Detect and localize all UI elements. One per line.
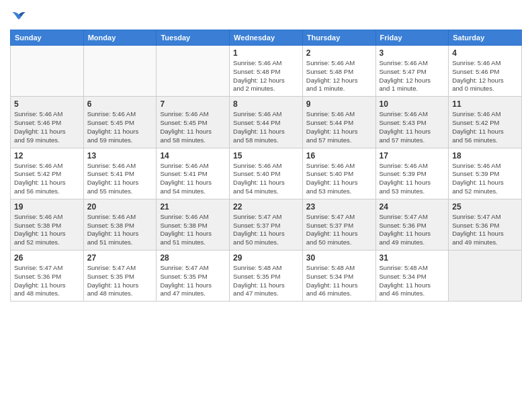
calendar-cell: 3Sunrise: 5:46 AMSunset: 5:47 PMDaylight… xyxy=(375,46,449,97)
calendar-table: SundayMondayTuesdayWednesdayThursdayFrid… xyxy=(10,30,522,302)
day-number: 21 xyxy=(160,202,226,212)
day-number: 10 xyxy=(380,99,445,109)
day-number: 11 xyxy=(452,99,518,109)
day-number: 8 xyxy=(233,99,299,109)
calendar-cell: 25Sunrise: 5:47 AMSunset: 5:36 PMDayligh… xyxy=(449,199,522,250)
day-info: Sunrise: 5:46 AMSunset: 5:41 PMDaylight:… xyxy=(160,162,226,196)
day-number: 26 xyxy=(14,253,80,263)
day-info: Sunrise: 5:47 AMSunset: 5:36 PMDaylight:… xyxy=(452,213,518,247)
day-number: 17 xyxy=(380,151,445,161)
calendar-cell: 16Sunrise: 5:46 AMSunset: 5:40 PMDayligh… xyxy=(302,148,375,199)
day-info: Sunrise: 5:46 AMSunset: 5:38 PMDaylight:… xyxy=(14,213,80,247)
day-number: 13 xyxy=(87,151,153,161)
day-info: Sunrise: 5:46 AMSunset: 5:48 PMDaylight:… xyxy=(233,59,299,93)
day-number: 25 xyxy=(452,202,518,212)
day-number: 28 xyxy=(160,253,226,263)
weekday-row: SundayMondayTuesdayWednesdayThursdayFrid… xyxy=(11,30,522,46)
day-number: 15 xyxy=(233,151,299,161)
calendar-cell: 10Sunrise: 5:46 AMSunset: 5:43 PMDayligh… xyxy=(375,97,449,148)
day-info: Sunrise: 5:46 AMSunset: 5:42 PMDaylight:… xyxy=(452,110,518,144)
day-number: 18 xyxy=(452,151,518,161)
day-info: Sunrise: 5:46 AMSunset: 5:47 PMDaylight:… xyxy=(380,59,445,93)
calendar-cell: 21Sunrise: 5:46 AMSunset: 5:38 PMDayligh… xyxy=(157,199,230,250)
calendar-cell: 8Sunrise: 5:46 AMSunset: 5:44 PMDaylight… xyxy=(230,97,303,148)
day-info: Sunrise: 5:46 AMSunset: 5:46 PMDaylight:… xyxy=(14,110,80,144)
weekday-header-sunday: Sunday xyxy=(11,30,84,46)
day-number: 4 xyxy=(452,48,518,58)
day-info: Sunrise: 5:46 AMSunset: 5:45 PMDaylight:… xyxy=(87,110,153,144)
day-number: 19 xyxy=(14,202,80,212)
day-number: 16 xyxy=(306,151,372,161)
calendar-cell: 9Sunrise: 5:46 AMSunset: 5:44 PMDaylight… xyxy=(302,97,375,148)
day-number: 1 xyxy=(233,48,299,58)
day-info: Sunrise: 5:48 AMSunset: 5:35 PMDaylight:… xyxy=(233,264,299,298)
day-number: 24 xyxy=(380,202,445,212)
day-number: 9 xyxy=(306,99,372,109)
day-number: 14 xyxy=(160,151,226,161)
logo-bird-icon xyxy=(11,9,26,24)
day-number: 7 xyxy=(160,99,226,109)
calendar-cell: 23Sunrise: 5:47 AMSunset: 5:37 PMDayligh… xyxy=(302,199,375,250)
day-info: Sunrise: 5:46 AMSunset: 5:42 PMDaylight:… xyxy=(14,162,80,196)
day-info: Sunrise: 5:46 AMSunset: 5:40 PMDaylight:… xyxy=(233,162,299,196)
day-number: 29 xyxy=(233,253,299,263)
calendar-cell xyxy=(157,46,230,97)
page: SundayMondayTuesdayWednesdayThursdayFrid… xyxy=(0,0,532,411)
calendar-cell: 13Sunrise: 5:46 AMSunset: 5:41 PMDayligh… xyxy=(83,148,157,199)
header xyxy=(10,7,522,24)
day-info: Sunrise: 5:46 AMSunset: 5:46 PMDaylight:… xyxy=(452,59,518,93)
day-info: Sunrise: 5:46 AMSunset: 5:38 PMDaylight:… xyxy=(160,213,226,247)
weekday-header-tuesday: Tuesday xyxy=(157,30,230,46)
calendar-cell xyxy=(11,46,84,97)
day-info: Sunrise: 5:46 AMSunset: 5:38 PMDaylight:… xyxy=(87,213,153,247)
calendar-cell: 17Sunrise: 5:46 AMSunset: 5:39 PMDayligh… xyxy=(375,148,449,199)
calendar-cell: 22Sunrise: 5:47 AMSunset: 5:37 PMDayligh… xyxy=(230,199,303,250)
calendar-week-4: 19Sunrise: 5:46 AMSunset: 5:38 PMDayligh… xyxy=(11,199,522,250)
day-info: Sunrise: 5:47 AMSunset: 5:36 PMDaylight:… xyxy=(14,264,80,298)
calendar-week-1: 1Sunrise: 5:46 AMSunset: 5:48 PMDaylight… xyxy=(11,46,522,97)
day-info: Sunrise: 5:46 AMSunset: 5:43 PMDaylight:… xyxy=(380,110,445,144)
day-number: 20 xyxy=(87,202,153,212)
calendar-cell: 31Sunrise: 5:48 AMSunset: 5:34 PMDayligh… xyxy=(375,250,449,302)
day-number: 5 xyxy=(14,99,80,109)
calendar-cell: 18Sunrise: 5:46 AMSunset: 5:39 PMDayligh… xyxy=(449,148,522,199)
calendar-week-5: 26Sunrise: 5:47 AMSunset: 5:36 PMDayligh… xyxy=(11,250,522,302)
calendar-cell: 2Sunrise: 5:46 AMSunset: 5:48 PMDaylight… xyxy=(302,46,375,97)
day-info: Sunrise: 5:46 AMSunset: 5:45 PMDaylight:… xyxy=(160,110,226,144)
weekday-header-monday: Monday xyxy=(83,30,157,46)
day-info: Sunrise: 5:46 AMSunset: 5:40 PMDaylight:… xyxy=(306,162,372,196)
calendar-cell: 30Sunrise: 5:48 AMSunset: 5:34 PMDayligh… xyxy=(302,250,375,302)
day-info: Sunrise: 5:47 AMSunset: 5:37 PMDaylight:… xyxy=(306,213,372,247)
calendar-cell: 20Sunrise: 5:46 AMSunset: 5:38 PMDayligh… xyxy=(83,199,157,250)
day-info: Sunrise: 5:46 AMSunset: 5:39 PMDaylight:… xyxy=(452,162,518,196)
calendar-cell: 29Sunrise: 5:48 AMSunset: 5:35 PMDayligh… xyxy=(230,250,303,302)
weekday-header-saturday: Saturday xyxy=(449,30,522,46)
calendar-cell: 28Sunrise: 5:47 AMSunset: 5:35 PMDayligh… xyxy=(157,250,230,302)
calendar-cell: 7Sunrise: 5:46 AMSunset: 5:45 PMDaylight… xyxy=(157,97,230,148)
calendar-cell: 14Sunrise: 5:46 AMSunset: 5:41 PMDayligh… xyxy=(157,148,230,199)
day-number: 27 xyxy=(87,253,153,263)
day-info: Sunrise: 5:48 AMSunset: 5:34 PMDaylight:… xyxy=(306,264,372,298)
day-number: 2 xyxy=(306,48,372,58)
calendar-cell: 24Sunrise: 5:47 AMSunset: 5:36 PMDayligh… xyxy=(375,199,449,250)
weekday-header-friday: Friday xyxy=(375,30,449,46)
day-number: 23 xyxy=(306,202,372,212)
calendar-cell: 4Sunrise: 5:46 AMSunset: 5:46 PMDaylight… xyxy=(449,46,522,97)
day-number: 22 xyxy=(233,202,299,212)
calendar-cell xyxy=(449,250,522,302)
logo xyxy=(10,7,26,24)
day-info: Sunrise: 5:46 AMSunset: 5:44 PMDaylight:… xyxy=(306,110,372,144)
day-info: Sunrise: 5:47 AMSunset: 5:37 PMDaylight:… xyxy=(233,213,299,247)
calendar-cell: 26Sunrise: 5:47 AMSunset: 5:36 PMDayligh… xyxy=(11,250,84,302)
calendar-cell: 1Sunrise: 5:46 AMSunset: 5:48 PMDaylight… xyxy=(230,46,303,97)
day-number: 12 xyxy=(14,151,80,161)
day-info: Sunrise: 5:46 AMSunset: 5:41 PMDaylight:… xyxy=(87,162,153,196)
calendar-cell: 19Sunrise: 5:46 AMSunset: 5:38 PMDayligh… xyxy=(11,199,84,250)
calendar-header: SundayMondayTuesdayWednesdayThursdayFrid… xyxy=(11,30,522,46)
calendar-cell: 11Sunrise: 5:46 AMSunset: 5:42 PMDayligh… xyxy=(449,97,522,148)
day-info: Sunrise: 5:47 AMSunset: 5:35 PMDaylight:… xyxy=(160,264,226,298)
calendar-cell: 15Sunrise: 5:46 AMSunset: 5:40 PMDayligh… xyxy=(230,148,303,199)
calendar-week-2: 5Sunrise: 5:46 AMSunset: 5:46 PMDaylight… xyxy=(11,97,522,148)
calendar-week-3: 12Sunrise: 5:46 AMSunset: 5:42 PMDayligh… xyxy=(11,148,522,199)
day-number: 30 xyxy=(306,253,372,263)
